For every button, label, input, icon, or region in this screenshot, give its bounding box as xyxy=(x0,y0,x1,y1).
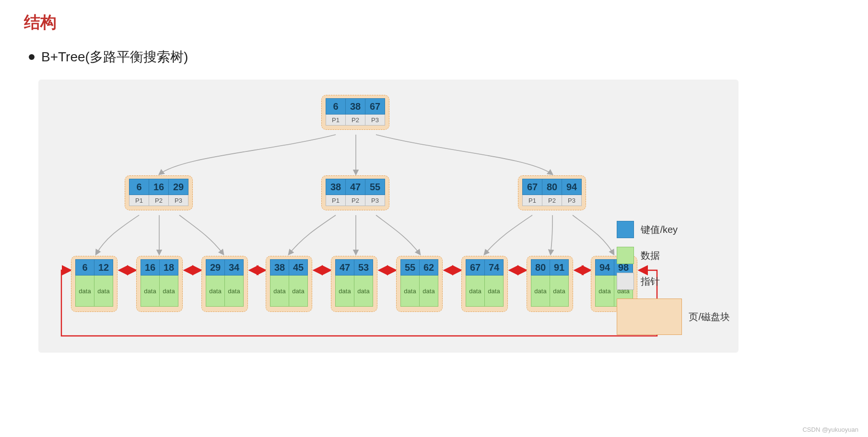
data-cell: data xyxy=(206,276,225,307)
leaf-node: 612 datadata xyxy=(71,256,117,312)
pointer-cell: P1 xyxy=(129,195,149,206)
key-cell: 94 xyxy=(562,179,582,195)
legend-item-page: 页/磁盘块 xyxy=(617,299,730,335)
key-cell: 6 xyxy=(129,179,149,195)
key-cell: 55 xyxy=(400,259,420,276)
leaf-node: 8091 datadata xyxy=(527,256,573,312)
key-cell: 74 xyxy=(485,259,504,276)
pointer-cell: P1 xyxy=(326,195,346,206)
data-cell: data xyxy=(141,276,160,307)
data-cell: data xyxy=(531,276,550,307)
key-cell: 29 xyxy=(169,179,188,195)
data-cell: data xyxy=(75,276,94,307)
section-title: 结构 xyxy=(24,12,844,34)
pointer-cell: P3 xyxy=(169,195,188,206)
data-cell: data xyxy=(420,276,438,307)
legend-label: 数据 xyxy=(641,249,660,262)
data-cell: data xyxy=(466,276,485,307)
legend-item-pointer: 指针 xyxy=(617,273,730,290)
data-cell: data xyxy=(225,276,244,307)
internal-node: 67 80 94 P1 P2 P3 xyxy=(518,175,586,210)
legend-label: 指针 xyxy=(641,275,660,288)
key-cell: 29 xyxy=(206,259,225,276)
leaf-node: 2934 datadata xyxy=(201,256,248,312)
bullet-item: B+Tree(多路平衡搜索树) xyxy=(29,48,844,66)
data-cell: data xyxy=(485,276,504,307)
swatch-page-icon xyxy=(617,299,682,335)
leaf-node: 4753 datadata xyxy=(331,256,377,312)
data-cell: data xyxy=(270,276,289,307)
internal-node: 6 16 29 P1 P2 P3 xyxy=(125,175,193,210)
leaf-node: 5562 datadata xyxy=(396,256,443,312)
legend-label: 键值/key xyxy=(641,223,678,236)
key-cell: 18 xyxy=(160,259,178,276)
legend-item-data: 数据 xyxy=(617,247,730,264)
data-cell: data xyxy=(94,276,113,307)
data-cell: data xyxy=(595,276,614,307)
data-cell: data xyxy=(400,276,420,307)
key-cell: 6 xyxy=(326,98,346,115)
pointer-cell: P2 xyxy=(149,195,169,206)
key-cell: 55 xyxy=(365,179,385,195)
key-cell: 38 xyxy=(270,259,289,276)
key-cell: 16 xyxy=(141,259,160,276)
key-cell: 67 xyxy=(522,179,542,195)
swatch-pointer-icon xyxy=(617,273,634,290)
pointer-cell: P1 xyxy=(326,115,346,126)
pointer-cell: P2 xyxy=(346,195,365,206)
key-cell: 47 xyxy=(335,259,354,276)
bullet-dot-icon xyxy=(29,54,35,60)
key-cell: 6 xyxy=(75,259,94,276)
root-node: 6 38 67 P1 P2 P3 xyxy=(321,95,389,130)
legend-item-key: 键值/key xyxy=(617,221,730,238)
pointer-cell: P1 xyxy=(522,195,542,206)
pointer-cell: P2 xyxy=(346,115,365,126)
leaf-node: 6774 datadata xyxy=(461,256,508,312)
key-cell: 80 xyxy=(542,179,562,195)
key-cell: 47 xyxy=(346,179,365,195)
key-cell: 16 xyxy=(149,179,169,195)
key-cell: 34 xyxy=(225,259,244,276)
key-cell: 12 xyxy=(94,259,113,276)
leaf-node: 3845 datadata xyxy=(266,256,312,312)
swatch-key-icon xyxy=(617,221,634,238)
key-cell: 38 xyxy=(346,98,365,115)
data-cell: data xyxy=(354,276,373,307)
key-cell: 67 xyxy=(466,259,485,276)
key-cell: 53 xyxy=(354,259,373,276)
pointer-cell: P3 xyxy=(562,195,582,206)
key-cell: 45 xyxy=(289,259,308,276)
key-cell: 38 xyxy=(326,179,346,195)
pointer-cell: P3 xyxy=(365,115,385,126)
swatch-data-icon xyxy=(617,247,634,264)
pointer-cell: P2 xyxy=(542,195,562,206)
leaf-node: 1618 datadata xyxy=(136,256,183,312)
diagram-canvas: 6 38 67 P1 P2 P3 6 16 29 P1 P2 P3 xyxy=(38,80,739,353)
pointer-cell: P3 xyxy=(365,195,385,206)
key-cell: 67 xyxy=(365,98,385,115)
key-cell: 94 xyxy=(595,259,614,276)
data-cell: data xyxy=(160,276,178,307)
internal-node: 38 47 55 P1 P2 P3 xyxy=(321,175,389,210)
data-cell: data xyxy=(289,276,308,307)
data-cell: data xyxy=(335,276,354,307)
bullet-text: B+Tree(多路平衡搜索树) xyxy=(41,48,188,66)
key-cell: 80 xyxy=(531,259,550,276)
key-cell: 62 xyxy=(420,259,438,276)
key-cell: 91 xyxy=(550,259,569,276)
legend: 键值/key 数据 指针 页/磁盘块 xyxy=(617,221,730,335)
legend-label: 页/磁盘块 xyxy=(689,310,730,323)
data-cell: data xyxy=(550,276,569,307)
